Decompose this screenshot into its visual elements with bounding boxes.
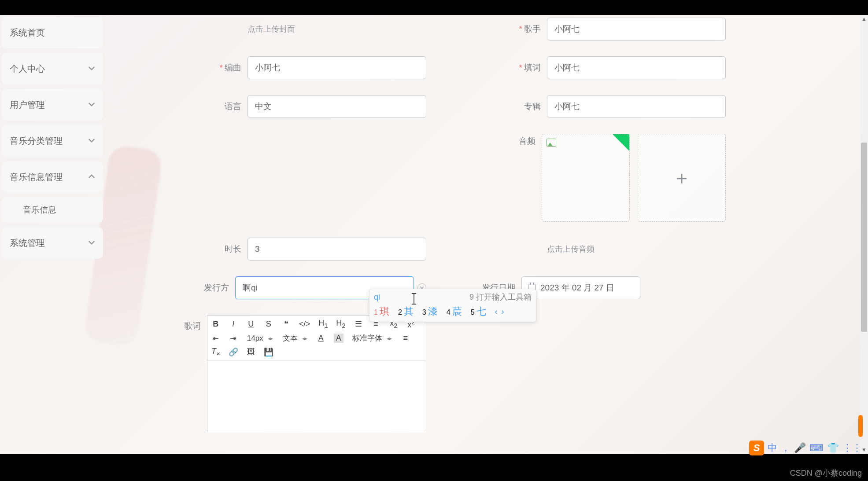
editor-toolbar: B I U S ❝ </> H1 H2 ☰ ≡ x2 x2 ⇤ ⇥	[207, 316, 426, 360]
ime-candidate-5[interactable]: 5七	[471, 305, 486, 318]
font-family-select[interactable]: 标准字体◂▸	[351, 333, 393, 343]
label-audio: 音频	[476, 134, 542, 147]
quote-button[interactable]: ❝	[281, 319, 291, 329]
outdent-button[interactable]: ⇤	[211, 334, 221, 343]
field-audio: 音频 ＋	[444, 134, 726, 222]
sidebar-item-label: 音乐信息	[23, 204, 56, 216]
field-language: 语言	[144, 95, 426, 118]
h1-button[interactable]: H1	[318, 319, 328, 329]
sidebar-item-personal[interactable]: 个人中心	[2, 53, 103, 84]
ime-zh-icon[interactable]: 中	[768, 441, 777, 455]
link-button[interactable]: 🔗	[229, 347, 238, 357]
audio-upload-wrap: ＋	[542, 134, 726, 222]
scrollbar-thumb[interactable]	[861, 143, 867, 332]
image-button[interactable]: 🖼	[246, 347, 256, 356]
label-language: 语言	[181, 101, 247, 112]
sidebar-item-music-info[interactable]: 音乐信息管理	[2, 161, 103, 193]
align-button[interactable]: ≡	[401, 334, 410, 343]
field-empty	[144, 134, 426, 222]
field-audio-hint: 点击上传音频	[444, 238, 726, 261]
ime-candidate-1[interactable]: 1琪	[374, 305, 389, 318]
skin-icon[interactable]: 👕	[827, 442, 839, 454]
audio-upload-hint[interactable]: 点击上传音频	[547, 244, 726, 254]
field-lyrics: 歌词 B I U S ❝ </> H1 H2 ☰ ≡ x2 x2	[144, 315, 426, 431]
sidebar-item-label: 个人中心	[10, 63, 45, 75]
arranger-input[interactable]	[247, 56, 426, 79]
ime-popup: qi 9 打开输入工具箱 1琪 2其 3漆 4莀 5七 ‹ ›	[369, 289, 536, 322]
cover-upload-hint[interactable]: 点击上传封面	[247, 24, 426, 34]
label-lyrics: 歌词	[144, 315, 207, 332]
underline-button[interactable]: U	[246, 319, 256, 329]
h2-button[interactable]: H2	[336, 319, 346, 329]
field-lyricist: 填词	[444, 56, 726, 79]
ime-toolbox-hint[interactable]: 9 打开输入工具箱	[469, 292, 532, 302]
strike-button[interactable]: S	[264, 319, 273, 329]
sidebar: 系统首页 个人中心 用户管理 音乐分类管理 音乐信息管理 音乐信息 系统管理	[0, 15, 105, 454]
ime-candidate-3[interactable]: 3漆	[422, 305, 438, 318]
taskbar-ime-panel: S 中 ， 🎤 ⌨ 👕 ⋮⋮	[749, 441, 862, 455]
mic-icon[interactable]: 🎤	[794, 442, 806, 454]
lyrics-textarea[interactable]	[207, 360, 426, 431]
label-arranger: 编曲	[181, 62, 247, 73]
ime-candidate-4[interactable]: 4莀	[447, 305, 462, 318]
lyrics-editor: B I U S ❝ </> H1 H2 ☰ ≡ x2 x2 ⇤ ⇥	[207, 315, 426, 431]
label-publisher: 发行方	[169, 282, 235, 294]
italic-button[interactable]: I	[229, 319, 238, 329]
field-arranger: 编曲	[144, 56, 426, 79]
label-duration: 时长	[181, 243, 247, 255]
sogou-logo-icon[interactable]: S	[749, 441, 764, 455]
ime-pinyin: qi	[374, 293, 380, 302]
release-date-value: 2023 年 02 月 27 日	[540, 282, 614, 294]
audio-uploaded-item[interactable]	[542, 134, 630, 222]
font-size-select[interactable]: 14px◂▸	[246, 334, 274, 343]
field-duration: 时长	[144, 238, 426, 261]
indent-button[interactable]: ⇥	[229, 334, 238, 343]
ime-candidate-2[interactable]: 2其	[398, 305, 414, 318]
sidebar-item-home[interactable]: 系统首页	[2, 17, 103, 48]
chevron-up-icon	[88, 172, 95, 182]
watermark: CSDN @小蔡coding	[790, 468, 862, 478]
vertical-scrollbar[interactable]: ▲ ▼	[860, 15, 868, 454]
sidebar-item-music-category[interactable]: 音乐分类管理	[2, 125, 103, 157]
save-button[interactable]: 💾	[264, 347, 273, 357]
audio-add-button[interactable]: ＋	[638, 134, 726, 222]
text-color-button[interactable]: A	[316, 334, 326, 343]
clear-format-button[interactable]: T×	[211, 347, 221, 357]
field-cover: 点击上传封面	[144, 18, 426, 40]
sidebar-item-label: 用户管理	[10, 99, 45, 111]
chevron-down-icon	[88, 64, 95, 74]
keyboard-icon[interactable]: ⌨	[809, 442, 824, 454]
chevron-down-icon	[88, 238, 95, 248]
plus-icon: ＋	[672, 165, 691, 190]
sidebar-item-users[interactable]: 用户管理	[2, 89, 103, 121]
field-album: 专辑	[444, 95, 726, 118]
bold-button[interactable]: B	[211, 319, 221, 329]
sidebar-subitem-music-info[interactable]: 音乐信息	[2, 197, 103, 223]
label-lyricist: 填词	[481, 62, 547, 73]
sidebar-item-label: 系统首页	[10, 27, 45, 39]
chevron-down-icon	[88, 100, 95, 110]
sidebar-item-label: 音乐分类管理	[10, 135, 63, 147]
grid-icon[interactable]: ⋮⋮	[842, 442, 862, 454]
ime-candidates: 1琪 2其 3漆 4莀 5七 ‹ ›	[374, 305, 532, 318]
duration-input[interactable]	[247, 238, 426, 261]
form-content: 点击上传封面 歌手 编曲 填词 语言 专辑	[105, 15, 860, 454]
label-singer: 歌手	[481, 23, 547, 35]
language-input[interactable]	[247, 95, 426, 118]
release-date-input[interactable]: 2023 年 02 月 27 日	[521, 276, 640, 299]
sidebar-item-system[interactable]: 系统管理	[2, 227, 103, 259]
ime-pager[interactable]: ‹ ›	[495, 307, 505, 316]
scroll-up-arrow[interactable]: ▲	[860, 15, 868, 23]
field-singer: 歌手	[444, 18, 726, 40]
singer-input[interactable]	[547, 18, 726, 40]
sidebar-item-label: 音乐信息管理	[10, 171, 63, 183]
image-thumb-icon	[547, 139, 556, 147]
album-input[interactable]	[547, 95, 726, 118]
ordered-list-button[interactable]: ☰	[354, 319, 363, 329]
sidebar-item-label: 系统管理	[10, 237, 45, 249]
lyricist-input[interactable]	[547, 56, 726, 79]
highlight-button[interactable]: A	[334, 334, 344, 343]
text-style-select[interactable]: 文本◂▸	[282, 333, 308, 343]
ime-punct-icon[interactable]: ，	[781, 441, 790, 455]
code-button[interactable]: </>	[299, 319, 310, 329]
